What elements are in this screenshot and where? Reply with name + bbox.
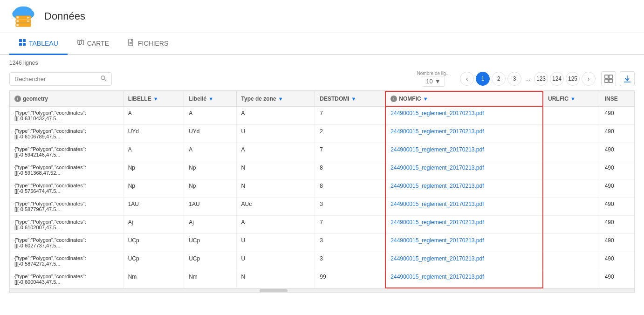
tab-carte[interactable]: CARTE (68, 33, 118, 55)
table-cell: {"type":"Polygon","coordinates": [[[-0.6… (10, 106, 123, 124)
nomfic-link[interactable]: 244900015_reglement_20170213.pdf (391, 164, 484, 171)
scrollbar-thumb[interactable] (260, 289, 288, 293)
table-cell: 490 (600, 215, 634, 233)
table-cell (543, 124, 600, 143)
table-cell[interactable]: 244900015_reglement_20170213.pdf (385, 252, 543, 270)
nomfic-link[interactable]: 244900015_reglement_20170213.pdf (391, 110, 484, 116)
nomfic-link[interactable]: 244900015_reglement_20170213.pdf (391, 183, 484, 189)
table-cell: {"type":"Polygon","coordinates": [[[-0.5… (10, 161, 123, 179)
nomfic-link[interactable]: 244900015_reglement_20170213.pdf (391, 128, 484, 135)
table-cell: 7 (315, 143, 386, 161)
prev-page-button[interactable]: ‹ (460, 72, 474, 86)
table-cell[interactable]: 244900015_reglement_20170213.pdf (385, 215, 543, 233)
search-box[interactable] (9, 72, 112, 86)
table-cell: Nm (184, 270, 236, 288)
table-row: {"type":"Polygon","coordinates": [[[-0.5… (10, 161, 634, 179)
page-124-button[interactable]: 124 (550, 72, 564, 86)
table-cell: 7 (315, 106, 386, 124)
page-1-button[interactable]: 1 (476, 72, 490, 86)
table-cell: 490 (600, 252, 634, 270)
filter-icon-type-zone[interactable]: ▼ (278, 96, 283, 102)
nomfic-link[interactable]: 244900015_reglement_20170213.pdf (391, 255, 484, 262)
svg-rect-15 (19, 43, 22, 46)
table-row: {"type":"Polygon","coordinates": [[[-0.5… (10, 179, 634, 197)
col-label-inse: INSE (605, 96, 618, 102)
table-cell: 1AU (123, 197, 184, 215)
nomfic-link[interactable]: 244900015_reglement_20170213.pdf (391, 237, 484, 244)
table-body: {"type":"Polygon","coordinates": [[[-0.6… (10, 106, 634, 288)
table-cell: Nm (123, 270, 184, 288)
page-size-dropdown[interactable]: 10 ▼ (422, 76, 445, 87)
table-cell[interactable]: 244900015_reglement_20170213.pdf (385, 197, 543, 215)
tab-tableau[interactable]: TABLEAU (9, 33, 68, 55)
nomfic-link[interactable]: 244900015_reglement_20170213.pdf (391, 274, 484, 280)
tabs-bar: TABLEAU CARTE FICHIERS (0, 33, 644, 55)
col-label-nomfic: NOMFIC (399, 96, 421, 102)
page-123-button[interactable]: 123 (534, 72, 548, 86)
next-page-button[interactable]: › (582, 72, 596, 86)
filter-icon-destdomi[interactable]: ▼ (351, 96, 356, 102)
app-header: Données (0, 0, 644, 33)
col-header-inse: INSE (600, 91, 634, 106)
table-cell: Np (123, 161, 184, 179)
table-cell: {"type":"Polygon","coordinates": [[[-0.5… (10, 197, 123, 215)
table-cell[interactable]: 244900015_reglement_20170213.pdf (385, 270, 543, 288)
table-cell[interactable]: 244900015_reglement_20170213.pdf (385, 161, 543, 179)
nomfic-link[interactable]: 244900015_reglement_20170213.pdf (391, 219, 484, 226)
table-row: {"type":"Polygon","coordinates": [[[-0.6… (10, 124, 634, 143)
table-cell: A (184, 143, 236, 161)
tab-tableau-label: TABLEAU (29, 40, 58, 47)
col-header-destdomi: DESTDOMI ▼ (315, 91, 386, 106)
table-cell[interactable]: 244900015_reglement_20170213.pdf (385, 106, 543, 124)
search-input[interactable] (14, 75, 100, 82)
table-cell[interactable]: 244900015_reglement_20170213.pdf (385, 124, 543, 143)
table-cell: {"type":"Polygon","coordinates": [[[-0.6… (10, 215, 123, 233)
row-count: 1246 lignes (9, 60, 635, 66)
col-header-libelle: LIBELLE ▼ (123, 91, 184, 106)
grid-view-button[interactable] (601, 71, 616, 86)
horizontal-scrollbar[interactable] (10, 288, 634, 292)
page-3-button[interactable]: 3 (507, 72, 521, 86)
data-table: i geometry LIBELLE ▼ Libellé ▼ (9, 90, 635, 293)
filter-icon-libelle2[interactable]: ▼ (208, 96, 213, 102)
page-125-button[interactable]: 125 (566, 72, 580, 86)
nomfic-link[interactable]: 244900015_reglement_20170213.pdf (391, 201, 484, 207)
table-cell: 1AU (184, 197, 236, 215)
svg-rect-14 (23, 39, 26, 42)
svg-point-23 (101, 76, 105, 80)
table-cell: 2 (315, 124, 386, 143)
table-cell: A (123, 106, 184, 124)
toolbar: Nombre de lig... 10 ▼ ‹ 1 2 3 ... 123 12… (9, 71, 635, 87)
table-cell[interactable]: 244900015_reglement_20170213.pdf (385, 143, 543, 161)
table-cell: 490 (600, 233, 634, 252)
fichiers-icon (128, 39, 135, 48)
filter-icon-nomfic[interactable]: ▼ (423, 96, 428, 102)
app-logo (9, 5, 37, 28)
table-cell (543, 161, 600, 179)
table-cell: 490 (600, 143, 634, 161)
filter-icon-urlfic[interactable]: ▼ (570, 96, 575, 102)
table-cell: UCp (184, 233, 236, 252)
nomfic-link[interactable]: 244900015_reglement_20170213.pdf (391, 146, 484, 153)
table-cell: {"type":"Polygon","coordinates": [[[-0.5… (10, 179, 123, 197)
table-cell: 7 (315, 215, 386, 233)
col-label-urlfic: URLFIC (548, 96, 569, 102)
table-cell: U (236, 124, 315, 143)
table-cell[interactable]: 244900015_reglement_20170213.pdf (385, 233, 543, 252)
page-2-button[interactable]: 2 (492, 72, 506, 86)
table-cell: 99 (315, 270, 386, 288)
table-cell: 490 (600, 179, 634, 197)
svg-point-11 (27, 21, 28, 22)
col-header-libelle2: Libellé ▼ (184, 91, 236, 106)
content-area: 1246 lignes Nombre de lig... 10 ▼ ‹ (0, 55, 644, 297)
table-cell (543, 197, 600, 215)
tableau-icon (19, 39, 26, 48)
table-cell (543, 270, 600, 288)
tab-fichiers[interactable]: FICHIERS (118, 33, 178, 55)
table-cell: {"type":"Polygon","coordinates": [[[-0.5… (10, 252, 123, 270)
table-cell: A (236, 106, 315, 124)
table-cell (543, 106, 600, 124)
download-button[interactable] (620, 71, 635, 86)
table-cell[interactable]: 244900015_reglement_20170213.pdf (385, 179, 543, 197)
filter-icon-libelle[interactable]: ▼ (153, 96, 158, 102)
